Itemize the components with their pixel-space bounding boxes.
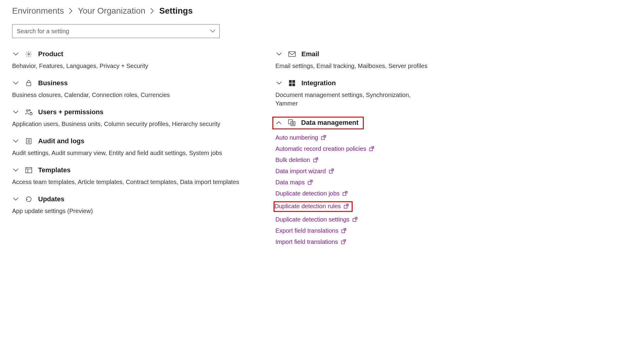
template-icon xyxy=(25,166,33,174)
chevron-down-icon xyxy=(12,196,19,203)
external-link-icon xyxy=(344,204,349,209)
section-header-data-management[interactable]: Data management xyxy=(272,117,364,129)
chevron-down-icon xyxy=(12,138,19,145)
section-title: Audit and logs xyxy=(38,137,84,145)
svg-point-3 xyxy=(29,110,30,111)
gear-icon xyxy=(25,50,33,58)
svg-point-0 xyxy=(28,53,30,55)
section-desc: Audit settings, Audit summary view, Enti… xyxy=(12,149,263,157)
section-title: Email xyxy=(301,50,319,58)
link-import-field-translations[interactable]: Import field translations xyxy=(275,238,347,245)
list-icon xyxy=(25,137,33,145)
section-header-users[interactable]: Users + permissions xyxy=(12,108,263,116)
chevron-up-icon xyxy=(275,119,282,126)
chevron-down-icon xyxy=(12,50,19,58)
data-icon xyxy=(288,119,296,127)
section-desc: Behavior, Features, Languages, Privacy +… xyxy=(12,62,263,70)
chevron-down-icon xyxy=(12,167,19,174)
svg-point-2 xyxy=(26,110,28,112)
link-label: Data import wizard xyxy=(275,168,326,175)
link-label: Duplicate detection settings xyxy=(275,216,350,223)
link-data-import-wizard[interactable]: Data import wizard xyxy=(275,168,334,175)
chevron-down-icon xyxy=(275,79,283,87)
external-link-icon xyxy=(369,146,375,152)
section-title: Product xyxy=(38,50,63,58)
refresh-icon xyxy=(25,195,33,203)
breadcrumb-organization[interactable]: Your Organization xyxy=(78,6,145,16)
svg-rect-13 xyxy=(289,80,292,83)
lock-icon xyxy=(25,79,33,87)
svg-rect-4 xyxy=(30,113,32,115)
section-header-product[interactable]: Product xyxy=(12,50,263,58)
section-desc: Access team templates, Article templates… xyxy=(12,178,263,186)
svg-rect-14 xyxy=(292,80,295,83)
people-lock-icon xyxy=(25,108,33,116)
section-title: Integration xyxy=(301,79,336,87)
chevron-right-icon xyxy=(69,8,73,14)
link-label: Import field translations xyxy=(275,238,338,245)
chevron-right-icon xyxy=(150,8,154,14)
section-header-business[interactable]: Business xyxy=(12,79,263,87)
section-desc: Business closures, Calendar, Connection … xyxy=(12,91,263,99)
breadcrumb: Environments Your Organization Settings xyxy=(12,6,632,16)
section-header-integration[interactable]: Integration xyxy=(275,79,430,87)
link-label: Duplicate detection jobs xyxy=(275,190,340,197)
link-data-maps[interactable]: Data maps xyxy=(275,179,313,186)
section-title: Updates xyxy=(38,195,64,203)
external-link-icon xyxy=(329,169,334,174)
svg-rect-16 xyxy=(292,83,295,86)
link-export-field-translations[interactable]: Export field translations xyxy=(275,227,347,234)
link-label: Duplicate detection rules xyxy=(274,203,341,210)
section-title: Users + permissions xyxy=(38,108,104,116)
section-title: Business xyxy=(38,79,68,87)
section-header-audit[interactable]: Audit and logs xyxy=(12,137,263,145)
external-link-icon xyxy=(353,217,358,222)
search-input[interactable] xyxy=(12,24,220,38)
chevron-down-icon xyxy=(12,108,19,116)
section-title: Data management xyxy=(301,119,359,127)
section-header-templates[interactable]: Templates xyxy=(12,166,263,174)
link-label: Export field translations xyxy=(275,227,338,234)
section-header-email[interactable]: Email xyxy=(275,50,430,58)
link-bulk-deletion[interactable]: Bulk deletion xyxy=(275,157,319,163)
external-link-icon xyxy=(308,180,313,185)
section-desc: Email settings, Email tracking, Mailboxe… xyxy=(275,62,430,70)
link-label: Automatic record creation policies xyxy=(275,145,366,152)
external-link-icon xyxy=(321,135,327,141)
external-link-icon xyxy=(313,157,319,163)
external-link-icon xyxy=(341,228,347,234)
section-desc: Document management settings, Synchroniz… xyxy=(275,91,430,108)
section-header-updates[interactable]: Updates xyxy=(12,195,263,203)
link-duplicate-detection-rules[interactable]: Duplicate detection rules xyxy=(274,203,349,210)
section-title: Templates xyxy=(38,166,71,174)
chevron-down-icon xyxy=(12,79,19,87)
svg-rect-15 xyxy=(289,83,292,86)
mail-icon xyxy=(288,50,296,58)
external-link-icon xyxy=(343,191,348,196)
windows-icon xyxy=(288,79,296,87)
breadcrumb-settings: Settings xyxy=(159,6,192,16)
chevron-down-icon xyxy=(275,50,283,58)
link-automatic-record-creation[interactable]: Automatic record creation policies xyxy=(275,145,375,152)
svg-rect-1 xyxy=(27,83,31,86)
link-label: Data maps xyxy=(275,179,305,186)
link-label: Auto numbering xyxy=(275,134,318,141)
link-label: Bulk deletion xyxy=(275,157,310,163)
section-desc: App update settings (Preview) xyxy=(12,207,263,215)
link-duplicate-detection-jobs[interactable]: Duplicate detection jobs xyxy=(275,190,348,197)
search-combobox[interactable] xyxy=(12,24,220,38)
breadcrumb-environments[interactable]: Environments xyxy=(12,6,64,16)
svg-rect-9 xyxy=(26,167,32,173)
link-duplicate-detection-settings[interactable]: Duplicate detection settings xyxy=(275,216,358,223)
external-link-icon xyxy=(341,239,347,245)
section-desc: Application users, Business units, Colum… xyxy=(12,120,263,128)
svg-rect-12 xyxy=(289,52,295,57)
link-auto-numbering[interactable]: Auto numbering xyxy=(275,134,327,141)
